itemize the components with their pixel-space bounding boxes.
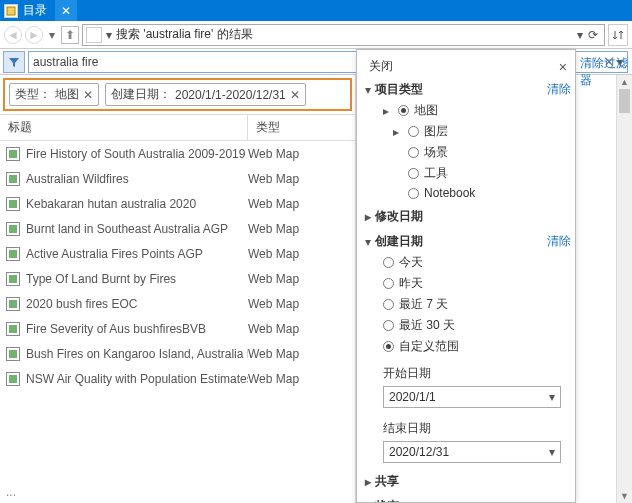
table-row[interactable]: Fire History of South Australia 2009-201… (0, 141, 355, 166)
section-created[interactable]: ▾ 创建日期 清除 (365, 231, 571, 252)
svg-rect-0 (7, 7, 15, 15)
table-row[interactable]: NSW Air Quality with Population Estimate… (0, 366, 355, 391)
webmap-icon (6, 347, 20, 361)
scroll-thumb[interactable] (619, 89, 630, 113)
row-type: Web Map (248, 147, 299, 161)
radio-icon (398, 105, 409, 116)
filter-panel: 关闭 × ▾ 项目类型 清除 ▸地图▸图层场景工具Notebook ▸ 修改日期… (356, 49, 576, 503)
radio-option[interactable]: ▸地图 (365, 100, 571, 121)
clear-item-type[interactable]: 清除 (547, 81, 571, 98)
panel-close-label[interactable]: 关闭 (369, 58, 393, 75)
table-row[interactable]: Bush Fires on Kangaroo Island, Australia… (0, 341, 355, 366)
row-type: Web Map (248, 347, 299, 361)
date-dropdown-icon[interactable]: ▾ (549, 445, 555, 459)
col-type[interactable]: 类型 (248, 115, 355, 140)
webmap-icon (6, 197, 20, 211)
date-dropdown-icon[interactable]: ▾ (549, 390, 555, 404)
row-title: Bush Fires on Kangaroo Island, Australia… (26, 347, 248, 361)
results-pane: 类型： 地图 ✕ 创建日期： 2020/1/1-2020/12/31 ✕ 标题 … (0, 75, 356, 503)
radio-icon (383, 299, 394, 310)
collapse-icon: ▸ (365, 475, 375, 489)
row-title: Fire Severity of Aus bushfiresBVB (26, 322, 248, 336)
radio-option[interactable]: 自定义范围 (365, 336, 571, 357)
radio-icon (408, 126, 419, 137)
filter-chip-date[interactable]: 创建日期： 2020/1/1-2020/12/31 ✕ (105, 83, 306, 106)
address-text: 搜索 'australia fire' 的结果 (114, 26, 575, 43)
radio-option[interactable]: Notebook (365, 184, 571, 202)
radio-icon (408, 168, 419, 179)
row-type: Web Map (248, 222, 299, 236)
start-date-input[interactable]: 2020/1/1 ▾ (383, 386, 561, 408)
chip-value: 地图 (55, 86, 79, 103)
address-dropdown[interactable]: ▾ (575, 28, 585, 42)
collapse-icon: ▸ (365, 500, 375, 504)
radio-icon (383, 257, 394, 268)
row-type: Web Map (248, 172, 299, 186)
section-modified[interactable]: ▸ 修改日期 (365, 204, 571, 229)
radio-option[interactable]: 场景 (365, 142, 571, 163)
webmap-icon (6, 297, 20, 311)
radio-option[interactable]: 昨天 (365, 273, 571, 294)
chip-remove-icon[interactable]: ✕ (290, 88, 300, 102)
webmap-icon (6, 172, 20, 186)
row-title: 2020 bush fires EOC (26, 297, 248, 311)
webmap-icon (6, 247, 20, 261)
row-title: Kebakaran hutan australia 2020 (26, 197, 248, 211)
section-status[interactable]: ▸ 状态 (365, 494, 571, 503)
forward-button[interactable]: ► (25, 26, 43, 44)
radio-icon (408, 188, 419, 199)
active-filters-highlight: 类型： 地图 ✕ 创建日期： 2020/1/1-2020/12/31 ✕ (3, 78, 352, 111)
scroll-down-icon[interactable]: ▼ (617, 489, 632, 503)
chip-label: 创建日期： (111, 86, 171, 103)
scroll-up-icon[interactable]: ▲ (617, 75, 632, 89)
radio-icon (383, 341, 394, 352)
clear-created[interactable]: 清除 (547, 233, 571, 250)
table-row[interactable]: Type Of Land Burnt by FiresWeb Map (0, 266, 355, 291)
col-title[interactable]: 标题 (0, 115, 248, 140)
up-button[interactable]: ⬆ (61, 26, 79, 44)
result-rows: Fire History of South Australia 2009-201… (0, 141, 355, 503)
nav-toolbar: ◄ ► ▾ ⬆ ▾ 搜索 'australia fire' 的结果 ▾ ⟳ (0, 21, 632, 49)
title-bar: 目录 ✕ (0, 0, 632, 21)
radio-option[interactable]: 今天 (365, 252, 571, 273)
address-bar[interactable]: ▾ 搜索 'australia fire' 的结果 ▾ ⟳ (82, 24, 605, 46)
row-title: Australian Wildfires (26, 172, 248, 186)
filter-icon[interactable] (3, 51, 25, 73)
filter-chip-type[interactable]: 类型： 地图 ✕ (9, 83, 99, 106)
window-title: 目录 (23, 2, 47, 19)
back-button[interactable]: ◄ (4, 26, 22, 44)
expand-icon: ▸ (383, 104, 393, 118)
row-title: Burnt land in Southeast Australia AGP (26, 222, 248, 236)
table-row[interactable]: Australian WildfiresWeb Map (0, 166, 355, 191)
radio-option[interactable]: 最近 30 天 (365, 315, 571, 336)
table-row[interactable]: Active Australia Fires Points AGPWeb Map (0, 241, 355, 266)
refresh-button[interactable]: ⟳ (585, 28, 601, 42)
table-row[interactable]: 2020 bush fires EOCWeb Map (0, 291, 355, 316)
tab-close-button[interactable]: ✕ (55, 0, 77, 21)
sort-button[interactable] (608, 24, 628, 46)
end-date-input[interactable]: 2020/12/31 ▾ (383, 441, 561, 463)
radio-option[interactable]: ▸图层 (365, 121, 571, 142)
more-indicator: ... (6, 485, 16, 499)
panel-close-button[interactable]: × (559, 59, 567, 75)
radio-option[interactable]: 最近 7 天 (365, 294, 571, 315)
section-item-type[interactable]: ▾ 项目类型 清除 (365, 79, 571, 100)
chip-label: 类型： (15, 86, 51, 103)
row-type: Web Map (248, 272, 299, 286)
location-dropdown[interactable]: ▾ (104, 28, 114, 42)
row-type: Web Map (248, 372, 299, 386)
table-row[interactable]: Fire Severity of Aus bushfiresBVBWeb Map (0, 316, 355, 341)
start-date-label: 开始日期 (365, 357, 571, 384)
radio-option[interactable]: 工具 (365, 163, 571, 184)
table-row[interactable]: Burnt land in Southeast Australia AGPWeb… (0, 216, 355, 241)
table-row[interactable]: Kebakaran hutan australia 2020Web Map (0, 191, 355, 216)
radio-icon (408, 147, 419, 158)
chip-remove-icon[interactable]: ✕ (83, 88, 93, 102)
expand-icon: ▸ (393, 125, 403, 139)
row-title: Type Of Land Burnt by Fires (26, 272, 248, 286)
row-title: Fire History of South Australia 2009-201… (26, 147, 248, 161)
history-dropdown[interactable]: ▾ (46, 26, 58, 44)
collapse-icon: ▸ (365, 210, 375, 224)
section-shared[interactable]: ▸ 共享 (365, 469, 571, 494)
vertical-scrollbar[interactable]: ▲ ▼ (616, 75, 632, 503)
